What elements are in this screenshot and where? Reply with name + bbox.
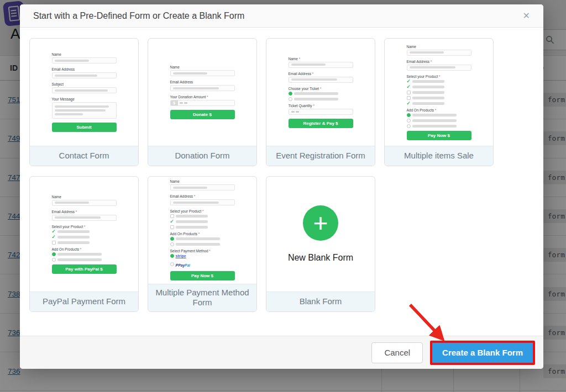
currency-prefix: $ xyxy=(171,100,178,105)
preview-text-input xyxy=(52,200,117,206)
placeholder-bar xyxy=(412,102,444,105)
placeholder-bar xyxy=(412,114,457,116)
card-preview: NameEmail Address *Select your Product *… xyxy=(148,177,256,284)
template-card-event-registration-form[interactable]: Name *Email Address *Choose your Ticket … xyxy=(266,38,375,166)
preview-submit-button: Pay Now $ xyxy=(407,131,471,140)
placeholder-bar xyxy=(176,226,208,229)
preview-text-input xyxy=(52,72,117,78)
preview-text-input xyxy=(52,87,117,93)
mini-form-preview: NameEmail AddressYour Donation Amount *$… xyxy=(170,65,235,119)
mini-form-preview: NameEmail Address *Select your Product *… xyxy=(170,179,235,280)
template-card-paypal-payment-form[interactable]: NameEmail Address *Select your Product *… xyxy=(29,176,139,312)
preview-field-label: Subject xyxy=(52,82,117,86)
preview-text-input xyxy=(170,85,235,91)
new-form-modal: Start with a Pre-Defined Form or Create … xyxy=(20,4,543,369)
template-card-donation-form[interactable]: NameEmail AddressYour Donation Amount *$… xyxy=(148,38,257,166)
selected-radio-icon xyxy=(407,113,411,117)
unselected-radio-icon xyxy=(52,258,56,262)
template-name: PayPal Payment Form xyxy=(43,296,125,307)
preview-field-label: Select your Product * xyxy=(52,225,117,229)
cancel-button[interactable]: Cancel xyxy=(371,342,423,363)
placeholder-bar xyxy=(55,216,101,219)
card-preview: NameEmail AddressSubjectYour MessageSubm… xyxy=(30,39,138,146)
modal-footer: Cancel Create a Blank Form xyxy=(20,336,543,369)
placeholder-bar xyxy=(55,202,89,204)
blank-form-title: New Blank Form xyxy=(288,253,353,263)
preview-text-input xyxy=(170,70,235,76)
preview-text-input xyxy=(407,65,471,71)
unchecked-checkbox-icon xyxy=(407,96,411,100)
mini-form-preview: NameEmail Address *Select your Product *… xyxy=(407,45,471,140)
placeholder-bar xyxy=(57,236,90,239)
mini-form-preview: NameEmail Address *Select your Product *… xyxy=(52,195,117,274)
unchecked-checkbox-icon xyxy=(407,91,411,94)
preview-text-input xyxy=(170,184,235,190)
placeholder-bar xyxy=(294,98,338,100)
placeholder-bar xyxy=(57,253,102,256)
create-blank-form-button[interactable]: Create a Blank Form xyxy=(432,343,533,363)
card-preview: NameEmail AddressYour Donation Amount *$… xyxy=(148,39,256,146)
preview-field-label: Email Address * xyxy=(52,210,117,214)
card-footer: Multiple items Sale xyxy=(385,146,493,166)
placeholder-bar xyxy=(55,109,106,112)
preview-submit-button: Donate $ xyxy=(170,110,235,119)
template-cards-grid: NameEmail AddressSubjectYour MessageSubm… xyxy=(29,38,534,312)
template-name: Blank Form xyxy=(300,296,342,307)
unselected-radio-icon xyxy=(170,242,174,246)
selected-radio-icon xyxy=(170,237,174,241)
preview-field-label: Name xyxy=(52,52,117,56)
preview-field-label: Select your Product * xyxy=(407,75,471,78)
placeholder-bar xyxy=(412,97,444,99)
template-card-multiple-payment-method-form[interactable]: NameEmail Address *Select your Product *… xyxy=(148,176,257,312)
card-footer: Blank Form xyxy=(266,292,375,311)
preview-submit-button: Pay Now $ xyxy=(170,271,235,280)
preview-field-label: Add On Products * xyxy=(407,108,471,112)
template-name: Multiple Payment Method Form xyxy=(155,288,250,309)
unselected-radio-icon xyxy=(289,97,292,101)
preview-field-label: Name xyxy=(170,179,235,183)
checked-checkbox-icon: ✓ xyxy=(407,85,411,89)
mini-form-preview: Name *Email Address *Choose your Ticket … xyxy=(289,57,353,128)
card-footer: Multiple Payment Method Form xyxy=(148,284,256,312)
placeholder-bar xyxy=(55,113,83,115)
checked-checkbox-icon: ✓ xyxy=(407,102,411,105)
checked-checkbox-icon: ✓ xyxy=(52,235,56,239)
checked-checkbox-icon: ✓ xyxy=(52,230,56,234)
preview-field-label: Email Address xyxy=(52,67,117,71)
paypal-logo: PPayPal xyxy=(176,259,190,268)
placeholder-bar xyxy=(410,51,444,54)
template-name: Event Registration Form xyxy=(276,151,365,161)
placeholder-bar xyxy=(294,92,338,95)
preview-field-label: Name xyxy=(170,65,235,69)
selected-radio-icon xyxy=(170,254,174,258)
placeholder-bar xyxy=(291,63,326,66)
template-name: Donation Form xyxy=(175,151,229,161)
selected-radio-icon xyxy=(52,252,56,256)
placeholder-bar xyxy=(291,78,337,81)
template-card-multiple-items-sale[interactable]: NameEmail Address *Select your Product *… xyxy=(384,38,494,166)
placeholder-bar xyxy=(412,125,457,128)
placeholder-bar xyxy=(176,243,220,246)
placeholder-bar xyxy=(412,119,457,122)
placeholder-bar xyxy=(410,66,455,68)
preview-field-label: Select your Product * xyxy=(170,209,235,213)
close-icon[interactable]: ✕ xyxy=(523,12,530,20)
preview-text-input xyxy=(289,77,353,83)
placeholder-bar xyxy=(412,80,444,83)
modal-header: Start with a Pre-Defined Form or Create … xyxy=(20,4,543,28)
preview-field-label: Email Address xyxy=(170,80,235,84)
template-card-blank-form[interactable]: +New Blank FormBlank Form xyxy=(266,176,375,312)
placeholder-bar xyxy=(57,230,90,233)
template-name: Multiple items Sale xyxy=(404,151,474,161)
placeholder-bar xyxy=(173,187,207,189)
preview-field-label: Select Payment Method * xyxy=(170,249,235,253)
placeholder-bar xyxy=(173,72,207,75)
preview-field-label: Email Address * xyxy=(407,60,471,63)
placeholder-bar xyxy=(176,215,208,218)
plus-icon: + xyxy=(303,205,338,241)
preview-amount-input: $ xyxy=(170,100,235,106)
template-card-contact-form[interactable]: NameEmail AddressSubjectYour MessageSubm… xyxy=(29,38,139,166)
card-preview: NameEmail Address *Select your Product *… xyxy=(30,177,138,292)
preview-text-input xyxy=(407,50,471,56)
placeholder-bar xyxy=(173,87,219,89)
